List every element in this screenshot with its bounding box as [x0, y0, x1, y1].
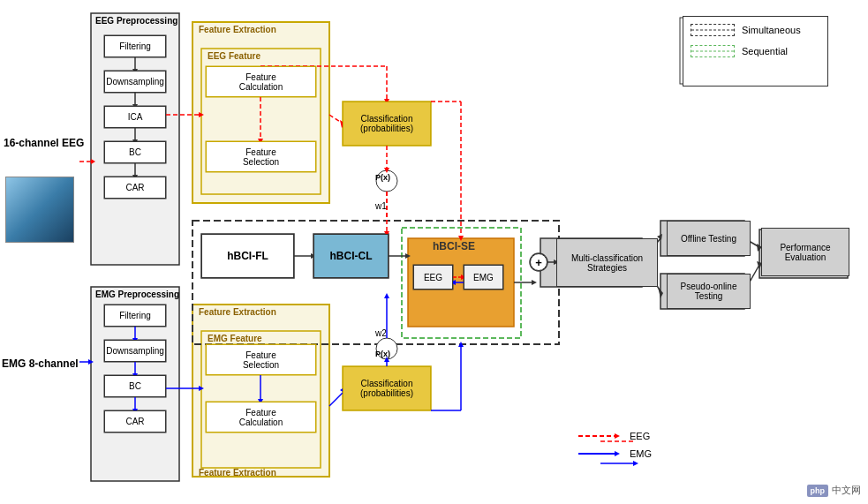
svg-marker-66	[199, 386, 204, 391]
w1-label: w1	[375, 201, 387, 211]
emg-feature-calc: FeatureCalculation	[206, 402, 316, 433]
hbci-se-eeg: EEG	[413, 265, 453, 290]
svg-marker-99	[405, 253, 411, 259]
svg-marker-78	[384, 293, 389, 298]
feature-extraction-emg-bottom-title: Feature Extraction	[199, 307, 276, 317]
legend-emg-label: EMG	[630, 448, 652, 459]
svg-marker-114	[615, 451, 620, 456]
eeg-feature-calc: FeatureCalculation	[206, 66, 316, 97]
eeg-step-downsampling: Downsampling	[104, 71, 166, 93]
legend-eeg-label: EEG	[630, 431, 650, 441]
offline-testing: Offline Testing	[667, 221, 751, 256]
diagram-container: 16-channel EEG EMG 8-channel EEG Preproc…	[0, 0, 868, 504]
svg-marker-34	[91, 159, 95, 164]
hbci-se-title: hBCI-SE	[433, 240, 475, 252]
hbci-se-emg: EMG	[464, 265, 503, 290]
px-label-eeg: P(x)	[375, 173, 390, 182]
svg-marker-84	[532, 280, 537, 285]
bottom-legend: EEG EMG	[578, 431, 652, 459]
w2-label: w2	[375, 328, 387, 338]
svg-marker-44	[199, 112, 204, 117]
classification-emg: Classification(probabilities)	[343, 366, 431, 410]
svg-marker-106	[633, 461, 638, 466]
svg-line-47	[329, 115, 343, 124]
legend-box: Simultaneous Sequential	[683, 16, 828, 87]
eeg-step-ica: ICA	[104, 106, 166, 128]
eeg-step-filtering: Filtering	[104, 35, 166, 57]
eeg-step-bc: BC	[104, 141, 166, 163]
eeg-preproc-title: EEG Preprocessing	[95, 16, 177, 26]
svg-marker-112	[615, 433, 620, 439]
legend-simultaneous: Simultaneous	[742, 25, 801, 35]
pseudo-online-testing: Pseudo-online Testing	[667, 274, 751, 309]
px-label-emg: P(x)	[375, 350, 390, 358]
svg-rect-2	[192, 22, 329, 203]
feature-extraction-eeg-title: Feature Extraction	[199, 25, 276, 34]
svg-marker-58	[88, 359, 94, 365]
emg-step-bc: BC	[104, 375, 166, 397]
hbci-cl: hBCI-CL	[313, 234, 389, 278]
emg-step-filtering: Filtering	[104, 305, 166, 327]
svg-rect-4	[192, 305, 329, 477]
eeg-input-label: 16-channel EEG	[4, 137, 84, 151]
hbci-fl: hBCI-FL	[201, 234, 294, 278]
eeg-feature-select: FeatureSelection	[206, 141, 316, 172]
multi-classification: Multi-classification Strategies	[556, 238, 658, 287]
emg-preproc-title: EMG Preprocessing	[95, 290, 179, 299]
emg-feature-select: FeatureSelection	[206, 344, 316, 375]
emg-step-car: CAR	[104, 410, 166, 433]
legend-sequential: Sequential	[742, 46, 788, 56]
emg-step-downsampling: Downsampling	[104, 340, 166, 362]
performance-evaluation: Performance Evaluation	[761, 228, 849, 276]
classification-eeg: Classification(probabilities)	[343, 102, 431, 146]
svg-marker-91	[658, 287, 663, 298]
svg-marker-73	[458, 342, 464, 347]
eeg-step-car: CAR	[104, 177, 166, 199]
emg-input-label: EMG 8-channel	[2, 357, 79, 372]
feature-extraction-emg-title: Feature Extraction	[199, 468, 276, 478]
svg-line-69	[329, 393, 343, 406]
watermark: php 中文网	[807, 484, 862, 497]
emg-feature-subtitle: EMG Feature	[208, 334, 262, 343]
eeg-image	[5, 177, 74, 243]
plus-sign: +	[530, 253, 547, 271]
eeg-feature-subtitle: EEG Feature	[208, 51, 260, 61]
